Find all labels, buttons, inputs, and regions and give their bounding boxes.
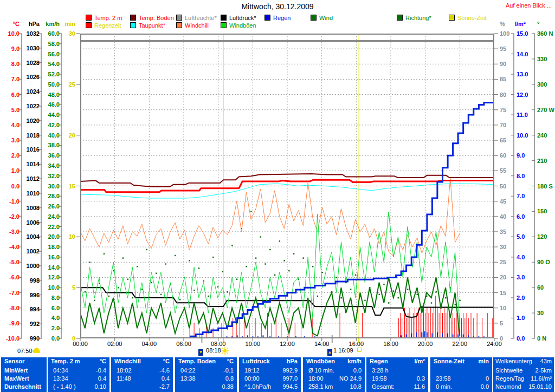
col-unit: hPa [287,357,298,365]
table-cell-row: 23:580 [430,375,492,383]
table-col-header: Sonne-Zeitmin [430,357,492,365]
table-cell-row: Ø 10 min.0.0 [303,367,365,375]
cell-time: ( - 1.40 ) [53,383,76,391]
tick-%-95: 95 [500,46,506,52]
table-row-label: Durchschnitt [1,383,47,391]
cell-time: 0 min. [436,383,452,391]
cell-time: 04:22 [180,367,196,375]
table-col-windb-en: Windböenkm/hØ 10 min.0.018:00NO 24.9258.… [303,357,365,392]
tick-l/m²-1.0: 1.0 [517,315,525,321]
info-value: 43m [540,357,552,365]
tick-km/h-34.0: 34.0 [0,163,60,169]
tick-%-45: 45 [500,199,506,205]
info-label: Sichtweite [495,367,522,375]
table-cell-row: 19:580.3 [366,375,428,383]
table-cell-row: 13:340.4 [48,375,109,383]
tick-l/m²-13.0: 13.0 [517,71,528,77]
table-cell-row: 11:480.4 [111,375,173,383]
tick-%-25: 25 [500,259,506,265]
tick-%-55: 55 [500,168,506,174]
row-label-text: Sensor [4,357,24,365]
sunset-marker: ▲1 16:09 [327,347,362,355]
tick-%-75: 75 [500,107,506,113]
sunrise-marker: ▼ 08:18 [198,347,221,355]
col-unit: °C [100,357,106,365]
tick-min-25: 25 [0,82,75,88]
tick-%-65: 65 [500,138,506,143]
cell-value: 0.10 [95,383,106,391]
tick-min-5: 5 [0,285,75,291]
cell-value: -0.4 [96,367,106,375]
tick-km/h-46.0: 46.0 [0,102,60,108]
tick-°-300: 300 [537,82,547,88]
cell-value: 11.6 [414,383,425,391]
tick-km/h-48.0: 48.0 [0,92,60,98]
cell-time: 18:00 [308,375,324,383]
sensor-summary-table: SensorMinWertMaxWertDurchschnittTemp. 2 … [0,357,555,392]
info-row: Wolkenunterg43m [493,357,554,365]
info-label: Wolkenunterg [495,357,532,365]
tick-l/m²-4.0: 4.0 [517,254,525,260]
table-cell-row: 18:02-4.6 [111,367,173,375]
sunrise-arrow-icon: ▼ [198,349,203,356]
dawn-time: 07:50 [17,348,33,354]
tick-l/m²-10.0: 10.0 [517,133,528,139]
cell-value: 992.9 [282,367,298,375]
table-cell-row: 3:28 h [366,367,428,375]
table-col-header: LuftdruckhPa [239,357,301,365]
table-row-label: MinWert [1,367,47,375]
col-name: Temp. 2 m [51,357,80,365]
cell-value: 0.4 [98,375,106,383]
table-row-label: Sensor [1,357,47,365]
tick-%-50: 50 [500,184,506,190]
table-cell-row: ^1.0hPa/h994.5 [239,383,301,391]
tick-°-90 O: 90 O [537,259,550,265]
tick-km/h-6.0: 6.0 [0,305,60,311]
tick-°-360 N: 360 N [537,31,553,37]
table-cell-row: Gesamt:11.6 [366,383,428,391]
tick-%-100: 100 [500,31,509,37]
cell-time: 258.1 km [308,383,333,391]
table-cell-row: -2.7 [111,383,173,391]
table-cell-row: 13:380.8 [175,375,237,383]
cell-time: ^1.0hPa/h [244,383,271,391]
cell-time: 00:00 [244,375,260,383]
table-col-luftdruck: LuftdruckhPa19:12992.900:00997.0^1.0hPa/… [239,357,301,392]
tick-km/h-22.0: 22.0 [0,224,60,230]
tick-°-60: 60 [537,285,544,291]
tick-l/m²-2.0: 2.0 [517,295,525,301]
col-name: Luftdruck [242,357,270,365]
tick-°-240: 240 [537,133,547,139]
tick-°-120: 120 [537,234,547,240]
tick-km/h-4.0: 4.0 [0,315,60,321]
col-name: Windchill [114,357,141,365]
tick-%-70: 70 [500,122,506,128]
x-label-04:00: 04:00 [137,341,161,347]
tick-km/h-42.0: 42.0 [0,122,60,128]
table-col-header: Temp. Boden°C [175,357,237,365]
table-cell-row: 00:00997.0 [239,375,301,383]
table-cell-row: ( - 1.40 )0.10 [48,383,109,391]
table-info-col: Wolkenunterg43mSichtweite2-5kmRegen/Tag1… [493,357,554,392]
cell-value: 994.5 [282,383,298,391]
x-label-08:00: 08:00 [206,341,230,347]
tick-km/h-36.0: 36.0 [0,153,60,159]
table-cell-row: 0 min.0.0 [430,383,492,391]
x-label-10:00: 10:00 [241,341,264,347]
x-label-16:00: 16:00 [344,341,368,347]
tick-°-150: 150 [537,208,547,214]
tick-%-20: 20 [500,275,506,280]
tick-°-180 S: 180 S [537,184,553,190]
tick-°-210: 210 [537,158,547,164]
col-unit: l/m² [414,357,425,365]
tick-%-15: 15 [500,290,506,296]
x-label-20:00: 20:00 [414,341,437,347]
cell-time: 18:02 [117,367,132,375]
x-label-06:00: 06:00 [172,341,196,347]
cell-value: 0 [486,375,489,383]
tick-l/m²-12.0: 12.0 [517,92,528,98]
col-unit: °C [163,357,170,365]
table-col-header: Windchill°C [111,357,173,365]
tick-km/h-38.0: 38.0 [0,142,60,148]
cell-value: 0.0 [353,367,362,375]
